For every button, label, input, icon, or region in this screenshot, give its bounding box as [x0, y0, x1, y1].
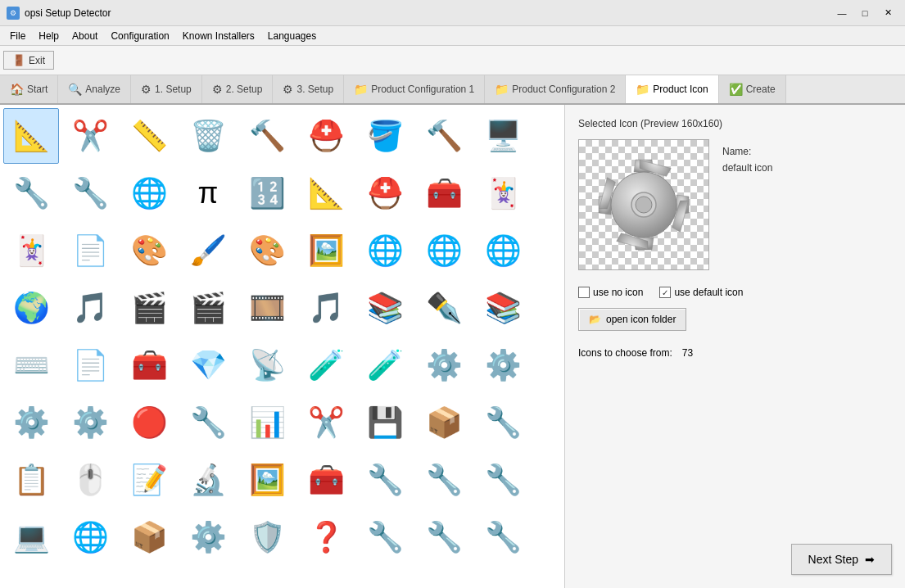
icon-cell[interactable]: 📝	[121, 452, 177, 508]
icon-cell[interactable]: 🛡️	[239, 509, 295, 565]
default-icon-checkbox-box: ✓	[659, 287, 671, 298]
icon-cell[interactable]: ⚙️	[416, 337, 472, 393]
minimize-button[interactable]: —	[831, 5, 853, 21]
icon-cell[interactable]: 🪣	[357, 108, 413, 164]
icon-cell[interactable]: 🔬	[180, 452, 236, 508]
tab-setup2[interactable]: ⚙ 2. Setup	[202, 75, 274, 103]
icon-cell[interactable]: 🧰	[121, 337, 177, 393]
icon-cell[interactable]: 🎞️	[239, 280, 295, 336]
icon-cell[interactable]: ⚙️	[62, 395, 118, 450]
icon-cell[interactable]: 🔧	[180, 395, 236, 450]
icon-cell[interactable]: 🖥️	[475, 108, 531, 164]
icon-cell[interactable]: 📊	[239, 395, 295, 450]
icon-cell[interactable]: ✂️	[62, 108, 118, 164]
icon-cell[interactable]: 🔧	[3, 165, 59, 221]
icon-cell[interactable]: 📐	[298, 165, 354, 221]
icon-cell[interactable]: 🔧	[416, 509, 472, 565]
icon-cell[interactable]: ✒️	[416, 280, 472, 336]
icon-cell[interactable]: 🌐	[121, 165, 177, 221]
icon-cell[interactable]: 🖼️	[239, 452, 295, 508]
menu-languages[interactable]: Languages	[261, 29, 323, 43]
icon-cell[interactable]: ❓	[298, 509, 354, 565]
icon-cell[interactable]: ⚙️	[180, 509, 236, 565]
icon-cell[interactable]: 📏	[121, 108, 177, 164]
icon-cell[interactable]: 📄	[62, 337, 118, 393]
icon-cell[interactable]: ⚙️	[475, 337, 531, 393]
icon-cell[interactable]: 📚	[475, 280, 531, 336]
icon-cell[interactable]: 🧰	[416, 165, 472, 221]
icon-cell[interactable]: 🔧	[475, 452, 531, 508]
menu-configuration[interactable]: Configuration	[104, 29, 175, 43]
icon-cell[interactable]: 🌐	[62, 509, 118, 565]
tab-start[interactable]: 🏠 Start	[0, 75, 58, 103]
tab-prodconfig2[interactable]: 📁 Product Configuration 2	[485, 75, 626, 103]
icon-cell[interactable]: 🎵	[298, 280, 354, 336]
icon-cell[interactable]: 🧰	[298, 452, 354, 508]
icon-cell[interactable]: 🔧	[416, 452, 472, 508]
icon-cell[interactable]: 🎬	[180, 280, 236, 336]
icon-cell[interactable]: 🌐	[475, 223, 531, 278]
icon-cell[interactable]: 🔧	[475, 509, 531, 565]
tab-setup3[interactable]: ⚙ 3. Setup	[273, 75, 344, 103]
icon-cell[interactable]: 🎨	[239, 223, 295, 278]
icon-cell[interactable]: 🌐	[357, 223, 413, 278]
icon-cell[interactable]: ⛑️	[298, 108, 354, 164]
icon-cell[interactable]: 🧪	[298, 337, 354, 393]
icon-cell[interactable]: 📦	[121, 509, 177, 565]
icon-cell[interactable]: 🔨	[416, 108, 472, 164]
icon-cell[interactable]: 🔧	[62, 165, 118, 221]
icon-cell[interactable]: ⛑️	[357, 165, 413, 221]
tab-analyze[interactable]: 🔍 Analyze	[58, 75, 131, 103]
icon-cell[interactable]: 📋	[3, 452, 59, 508]
icon-cell[interactable]: ✂️	[298, 395, 354, 450]
icon-cell[interactable]: 🔢	[239, 165, 295, 221]
menu-known-installers[interactable]: Known Installers	[176, 29, 261, 43]
icon-cell[interactable]: 📡	[239, 337, 295, 393]
icon-cell[interactable]: 💾	[357, 395, 413, 450]
tab-setup1[interactable]: ⚙ 1. Setup	[131, 75, 202, 103]
icon-cell[interactable]: 🔧	[357, 452, 413, 508]
open-icon-folder-button[interactable]: 📂 open icon folder	[578, 308, 686, 331]
icon-image: 🎞️	[249, 293, 286, 323]
gear-preview-svg	[595, 156, 693, 254]
icon-cell[interactable]: 🗑️	[180, 108, 236, 164]
icon-cell[interactable]: 📚	[357, 280, 413, 336]
icon-image: 🖼️	[308, 236, 345, 265]
icon-cell[interactable]: 🖌️	[180, 223, 236, 278]
icon-cell[interactable]: 📐	[3, 108, 59, 164]
icon-cell[interactable]: 🧪	[357, 337, 413, 393]
tab-producticon[interactable]: 📁 Product Icon	[626, 75, 718, 105]
maximize-button[interactable]: □	[854, 5, 876, 21]
icon-cell[interactable]: 💻	[3, 509, 59, 565]
icon-cell[interactable]: 📦	[416, 395, 472, 450]
menu-file[interactable]: File	[3, 29, 32, 43]
icon-cell[interactable]: ⌨️	[3, 337, 59, 393]
no-icon-checkbox[interactable]: use no icon	[578, 287, 643, 298]
default-icon-checkbox[interactable]: ✓ use default icon	[659, 287, 743, 298]
icon-cell[interactable]: 🔨	[239, 108, 295, 164]
icon-cell[interactable]: 🔧	[475, 395, 531, 450]
icon-cell[interactable]: 🌍	[3, 280, 59, 336]
close-button[interactable]: ✕	[877, 5, 898, 21]
menu-about[interactable]: About	[66, 29, 104, 43]
icon-cell[interactable]: 💎	[180, 337, 236, 393]
icon-cell[interactable]: ⚙️	[3, 395, 59, 450]
icon-cell[interactable]: 🖼️	[298, 223, 354, 278]
icon-cell[interactable]: 🔧	[357, 509, 413, 565]
icon-cell[interactable]: 🃏	[475, 165, 531, 221]
icon-cell[interactable]: 🎬	[121, 280, 177, 336]
icon-cell[interactable]: 🃏	[3, 223, 59, 278]
icon-cell[interactable]: 🔴	[121, 395, 177, 450]
menu-help[interactable]: Help	[32, 29, 66, 43]
icon-cell[interactable]: 🌐	[416, 223, 472, 278]
tab-prodconfig1[interactable]: 📁 Product Configuration 1	[344, 75, 485, 103]
icon-grid-scroll[interactable]: 📐✂️📏🗑️🔨⛑️🪣🔨🖥️🔧🔧🌐π🔢📐⛑️🧰🃏🃏📄🎨🖌️🎨🖼️🌐🌐🌐🌍🎵🎬🎬🎞️…	[0, 105, 564, 588]
icon-cell[interactable]: 🎨	[121, 223, 177, 278]
icon-cell[interactable]: π	[180, 165, 236, 221]
icon-cell[interactable]: 🖱️	[62, 452, 118, 508]
exit-button[interactable]: 🚪 Exit	[3, 51, 54, 70]
next-step-button[interactable]: Next Step ➡	[791, 544, 892, 575]
tab-create[interactable]: ✅ Create	[719, 75, 786, 103]
icon-cell[interactable]: 📄	[62, 223, 118, 278]
icon-cell[interactable]: 🎵	[62, 280, 118, 336]
